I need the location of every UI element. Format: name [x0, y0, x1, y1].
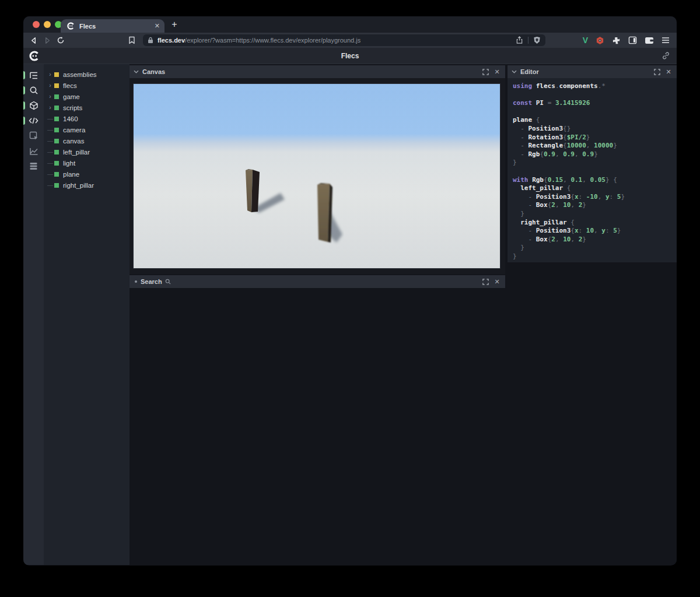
entity-tree-panel: › assemblies › flecs › game › scripts: [44, 64, 130, 565]
entity-square-icon: [54, 172, 59, 177]
page-title: Flecs: [23, 52, 677, 60]
code-line: - Box{2, 10, 2}: [513, 201, 677, 210]
tree-twisty-icon[interactable]: ›: [47, 94, 53, 100]
entity-tree-icon[interactable]: [23, 68, 44, 82]
canvas-body: [130, 78, 505, 274]
red-extension-icon[interactable]: [596, 36, 604, 45]
wallet-icon[interactable]: [645, 37, 654, 44]
entity-square-icon: [54, 83, 59, 88]
brave-shield-icon[interactable]: [533, 36, 541, 44]
tree-twisty-icon[interactable]: —: [47, 182, 53, 188]
tree-item[interactable]: — canvas: [44, 135, 130, 146]
code-line: }: [513, 252, 677, 261]
code-line: - Position3{x: -10, y: 5}: [513, 193, 677, 202]
tree-item-label: assemblies: [63, 71, 97, 78]
tree-twisty-icon[interactable]: —: [47, 149, 53, 155]
stats-chart-icon[interactable]: [23, 144, 44, 158]
code-line: - Box{2, 10, 2}: [513, 236, 677, 244]
tree-item-label: flecs: [63, 82, 77, 89]
tree-item[interactable]: — left_pillar: [44, 146, 130, 157]
code-line: plane {: [513, 116, 677, 125]
tree-item[interactable]: — 1460: [44, 113, 130, 124]
divider: [528, 37, 528, 44]
tree-item[interactable]: › game: [44, 91, 130, 102]
code-line: left_pillar {: [513, 184, 677, 193]
entity-square-icon: [54, 72, 59, 77]
collapsed-bullet-icon[interactable]: [135, 280, 137, 283]
tree-item[interactable]: › assemblies: [44, 69, 130, 80]
code-editor[interactable]: using flecs.components.* const PI = 3.14…: [508, 78, 677, 262]
tree-item[interactable]: › flecs: [44, 80, 130, 91]
bookmark-icon[interactable]: [127, 35, 137, 45]
inspector-icon[interactable]: [23, 129, 44, 143]
tree-item[interactable]: — right_pillar: [44, 180, 130, 191]
panel-title: Canvas: [142, 68, 165, 75]
entity-square-icon: [54, 106, 59, 110]
fullscreen-icon[interactable]: [653, 68, 661, 76]
reload-icon[interactable]: [55, 35, 66, 45]
tree-item[interactable]: — camera: [44, 124, 130, 135]
chevron-down-icon[interactable]: [134, 70, 139, 73]
new-tab-button[interactable]: +: [169, 19, 180, 30]
search-panel-header[interactable]: Search ✕: [130, 275, 505, 288]
entity-square-icon: [54, 128, 59, 132]
tree-twisty-icon[interactable]: —: [47, 171, 53, 177]
code-icon[interactable]: [23, 114, 44, 128]
tree-twisty-icon[interactable]: ›: [47, 105, 53, 111]
panel-title: Search: [141, 278, 162, 285]
flecs-favicon: [66, 22, 75, 30]
fullscreen-icon[interactable]: [481, 68, 489, 76]
tree-twisty-icon[interactable]: —: [47, 116, 53, 122]
chevron-down-icon[interactable]: [512, 70, 517, 73]
tree-item[interactable]: — light: [44, 157, 130, 168]
code-line: - Position3{x: 10, y: 5}: [513, 227, 677, 236]
forward-icon[interactable]: [42, 35, 52, 45]
entity-square-icon: [54, 161, 59, 166]
entity-square-icon: [54, 94, 59, 99]
url-bar[interactable]: flecs.dev/explorer/?wasm=https://www.fle…: [143, 34, 545, 46]
fullscreen-icon[interactable]: [481, 278, 489, 286]
sidebar-icon[interactable]: [628, 36, 637, 44]
close-icon[interactable]: ✕: [664, 68, 673, 76]
minimize-window-button[interactable]: [44, 21, 51, 28]
code-line: with Rgb{0.15, 0.1, 0.05} {: [513, 176, 677, 185]
tree-item[interactable]: › scripts: [44, 102, 130, 113]
puzzle-extension-icon[interactable]: [612, 36, 621, 45]
tab-title: Flecs: [79, 23, 155, 30]
3d-canvas[interactable]: [133, 83, 501, 269]
vue-extension-icon[interactable]: V: [583, 36, 588, 45]
code-line: - Rgb{0.9, 0.9, 0.9}: [513, 150, 677, 159]
code-line: using flecs.components.*: [513, 82, 677, 91]
tree-twisty-icon[interactable]: ›: [47, 72, 53, 78]
icon-sidebar: [23, 64, 44, 565]
code-line: [513, 167, 677, 176]
code-line: }: [513, 210, 677, 219]
code-line: - Rotation3{$PI/2}: [513, 134, 677, 142]
editor-panel-header[interactable]: Editor ✕: [508, 65, 677, 78]
tree-item-label: left_pillar: [63, 149, 90, 156]
back-icon[interactable]: [28, 35, 38, 45]
tab-close-icon[interactable]: ✕: [155, 22, 160, 30]
tree-twisty-icon[interactable]: ›: [47, 83, 53, 89]
rows-icon[interactable]: [23, 159, 44, 173]
search-icon[interactable]: [23, 83, 44, 97]
search-icon: [165, 279, 171, 285]
browser-tab[interactable]: Flecs ✕: [61, 19, 164, 33]
tree-twisty-icon[interactable]: —: [47, 138, 53, 144]
share-icon[interactable]: [516, 36, 523, 44]
tree-item-label: game: [63, 93, 80, 100]
tree-item-label: scripts: [63, 104, 82, 111]
tree-item[interactable]: — plane: [44, 168, 130, 180]
tree-twisty-icon[interactable]: —: [47, 127, 53, 133]
close-icon[interactable]: ✕: [493, 278, 501, 286]
cube-icon[interactable]: [23, 99, 44, 113]
close-icon[interactable]: ✕: [493, 68, 501, 76]
tree-twisty-icon[interactable]: —: [47, 160, 53, 166]
entity-square-icon: [54, 183, 59, 188]
main-area: Canvas ✕: [130, 64, 677, 565]
close-window-button[interactable]: [33, 21, 40, 28]
menu-icon[interactable]: [662, 37, 670, 44]
link-icon[interactable]: [662, 51, 670, 60]
canvas-panel-header[interactable]: Canvas ✕: [130, 65, 505, 78]
url-path: /explorer/?wasm=https://www.flecs.dev/ex…: [185, 37, 360, 44]
